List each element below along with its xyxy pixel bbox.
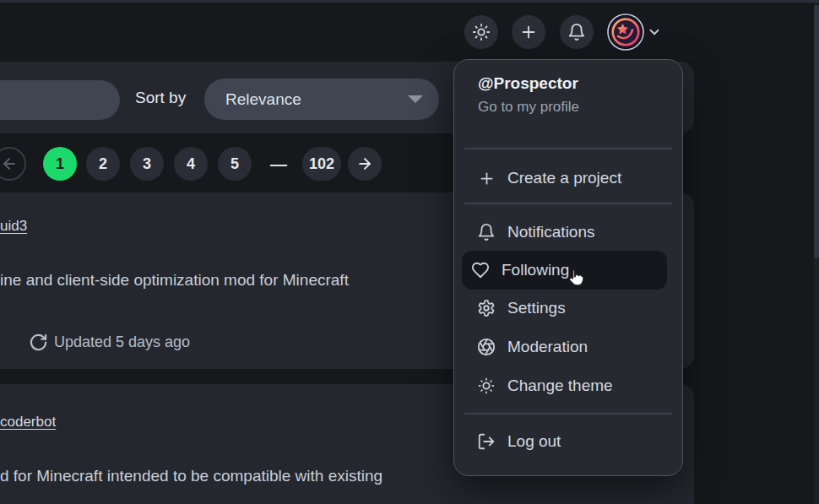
mouse-cursor-hand bbox=[564, 267, 588, 294]
arrow-right-icon bbox=[356, 155, 373, 172]
sun-icon bbox=[472, 23, 491, 41]
menu-divider bbox=[464, 413, 672, 415]
menu-go-to-profile[interactable]: Go to my profile bbox=[478, 99, 579, 116]
bell-icon bbox=[567, 23, 586, 41]
search-input[interactable] bbox=[0, 80, 120, 120]
pagination-gap: — bbox=[265, 147, 292, 181]
pagination-page-last[interactable]: 102 bbox=[302, 147, 341, 181]
project-author-link[interactable]: uid3 bbox=[0, 218, 27, 235]
aperture-icon bbox=[476, 337, 496, 357]
pagination-page-1[interactable]: 1 bbox=[43, 147, 77, 181]
menu-divider bbox=[464, 148, 672, 149]
avatar-image bbox=[607, 14, 644, 51]
pagination-page-5[interactable]: 5 bbox=[218, 147, 252, 181]
chevron-down-icon bbox=[647, 24, 662, 40]
notifications-button[interactable] bbox=[560, 15, 594, 49]
sun-icon bbox=[476, 376, 496, 396]
menu-item-log-out[interactable]: Log out bbox=[468, 426, 670, 457]
menu-item-change-theme[interactable]: Change theme bbox=[468, 371, 670, 401]
project-author-link[interactable]: coderbot bbox=[0, 414, 56, 431]
refresh-icon bbox=[29, 333, 48, 352]
pagination-page-3[interactable]: 3 bbox=[130, 147, 164, 181]
project-description: ine and client-side optimization mod for… bbox=[0, 271, 349, 290]
sort-by-label: Sort by bbox=[135, 89, 186, 107]
menu-item-moderation[interactable]: Moderation bbox=[468, 332, 670, 362]
create-project-button[interactable] bbox=[512, 15, 545, 49]
arrow-left-icon bbox=[1, 155, 18, 172]
plus-icon bbox=[476, 168, 496, 188]
menu-divider bbox=[464, 203, 672, 204]
menu-item-create-project[interactable]: Create a project bbox=[468, 163, 670, 193]
modrinth-search-page: Sort by Relevance 1 2 3 4 5 — 102 uid3 i… bbox=[0, 0, 819, 504]
project-updated: Updated 5 days ago bbox=[29, 333, 190, 352]
gear-icon bbox=[476, 298, 496, 318]
plus-icon bbox=[519, 23, 538, 41]
log-out-icon bbox=[476, 431, 496, 452]
menu-item-settings[interactable]: Settings bbox=[468, 293, 670, 323]
chevron-down-icon bbox=[408, 95, 423, 103]
theme-toggle-button[interactable] bbox=[464, 15, 498, 49]
scrollbar-thumb[interactable] bbox=[814, 5, 819, 258]
pagination-next-button[interactable] bbox=[348, 147, 382, 181]
bell-icon bbox=[476, 222, 496, 242]
menu-username: @Prospector bbox=[478, 74, 578, 93]
pagination-page-2[interactable]: 2 bbox=[86, 147, 120, 181]
sort-selected-value: Relevance bbox=[225, 90, 301, 109]
pagination-page-4[interactable]: 4 bbox=[174, 147, 208, 181]
heart-icon bbox=[470, 260, 491, 280]
avatar-menu-chevron[interactable] bbox=[647, 24, 662, 43]
menu-item-notifications[interactable]: Notifications bbox=[468, 217, 670, 247]
sort-select[interactable]: Relevance bbox=[204, 79, 439, 120]
pagination-prev-button[interactable] bbox=[0, 147, 26, 181]
user-avatar[interactable] bbox=[607, 14, 644, 51]
top-navigation-bar bbox=[0, 0, 819, 62]
project-description: d for Minecraft intended to be compatibl… bbox=[0, 467, 382, 485]
